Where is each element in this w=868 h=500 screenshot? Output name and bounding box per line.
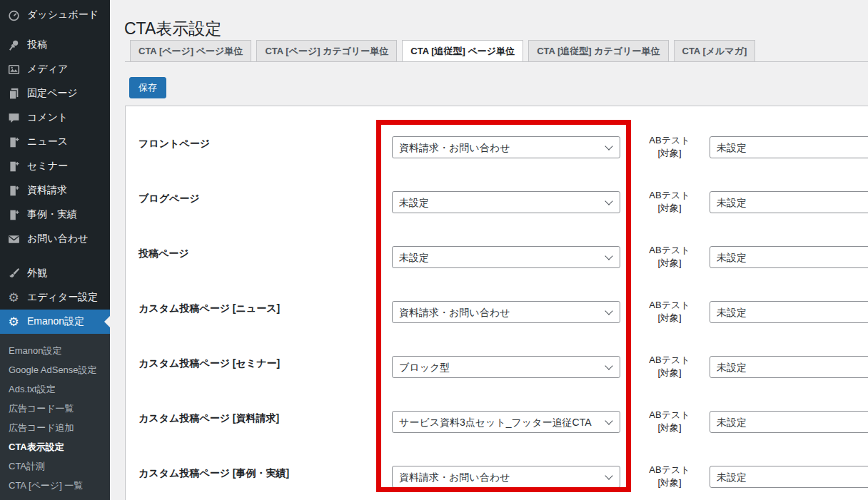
cta-select[interactable]: 未設定 xyxy=(392,191,620,213)
setting-row-label: カスタム投稿ページ [セミナー] xyxy=(138,357,280,370)
sidebar-item[interactable]: お問い合わせ xyxy=(0,227,110,251)
envelope-icon xyxy=(6,233,21,245)
ab-test-select[interactable]: 未設定 xyxy=(710,136,868,158)
ab-test-select[interactable]: 未設定 xyxy=(710,466,868,488)
ab-test-select[interactable]: 未設定 xyxy=(710,411,868,433)
ab-select-wrapper: 未設定 xyxy=(710,411,868,433)
submenu-item[interactable]: 広告コード追加 xyxy=(0,418,110,437)
setting-row: フロントページ資料請求・お問い合わせABテスト[対象]未設定 xyxy=(126,136,868,158)
cta-select-wrapper: 未設定 xyxy=(392,246,620,268)
sidebar-item[interactable]: 投稿 xyxy=(0,33,110,57)
sidebar-item-label: セミナー xyxy=(27,160,68,173)
ab-select-wrapper: 未設定 xyxy=(710,136,868,158)
cta-select[interactable]: 資料請求・お問い合わせ xyxy=(392,466,620,488)
cta-select-wrapper: サービス資料3点セット_フッター追従CTA xyxy=(392,411,620,433)
sidebar-item-label: Emanon設定 xyxy=(27,315,84,328)
sidebar-item-label: 投稿 xyxy=(27,39,47,51)
sidebar-item[interactable]: ダッシュボード xyxy=(0,3,110,27)
submenu-item[interactable]: Emanon設定 xyxy=(0,341,110,360)
sidebar-item-label: お問い合わせ xyxy=(27,233,88,245)
setting-row-label: カスタム投稿ページ [事例・実績] xyxy=(138,467,289,480)
sidebar-item[interactable]: ⚙Emanon設定 xyxy=(0,310,110,334)
sidebar-item-label: 事例・実績 xyxy=(27,208,77,221)
cta-select[interactable]: 未設定 xyxy=(392,246,620,268)
tab-3[interactable]: CTA [追従型] カテゴリー単位 xyxy=(528,40,668,62)
pages-icon xyxy=(6,88,21,100)
sidebar-item-label: メディア xyxy=(27,63,68,76)
ab-test-select[interactable]: 未設定 xyxy=(710,301,868,323)
sidebar-item[interactable]: ニュース xyxy=(0,130,110,154)
setting-row: カスタム投稿ページ [ニュース]資料請求・お問い合わせABテスト[対象]未設定 xyxy=(126,301,868,323)
ab-select-wrapper: 未設定 xyxy=(710,301,868,323)
tab-0[interactable]: CTA [ページ] ページ単位 xyxy=(130,40,251,62)
submenu-item[interactable]: CTA計測 xyxy=(0,456,110,476)
sidebar-item[interactable]: 外観 xyxy=(0,261,110,285)
sidebar-item[interactable]: 事例・実績 xyxy=(0,203,110,227)
ab-test-label: ABテスト[対象] xyxy=(635,354,705,379)
sidebar-item-label: 外観 xyxy=(27,267,47,280)
media-icon xyxy=(6,63,21,76)
setting-row-label: ブログページ xyxy=(138,193,200,205)
ab-test-label: ABテスト[対象] xyxy=(635,189,705,215)
submenu-item[interactable]: Ads.txt設定 xyxy=(0,379,110,399)
cta-select-wrapper: 資料請求・お問い合わせ xyxy=(392,301,620,323)
ab-select-wrapper: 未設定 xyxy=(710,246,868,268)
cta-select-wrapper: ブロック型 xyxy=(392,356,620,378)
menu-separator xyxy=(0,251,110,261)
dashboard-icon xyxy=(6,9,21,21)
sidebar-item[interactable]: メディア xyxy=(0,57,110,81)
ab-select-wrapper: 未設定 xyxy=(710,191,868,213)
sidebar-item[interactable]: セミナー xyxy=(0,154,110,178)
setting-row-label: 投稿ページ xyxy=(138,248,189,260)
ab-test-select[interactable]: 未設定 xyxy=(710,246,868,268)
sidebar-item-label: 固定ページ xyxy=(27,87,78,100)
gear-icon: ⚙ xyxy=(6,292,21,304)
tab-bar: CTA [ページ] ページ単位CTA [ページ] カテゴリー単位CTA [追従型… xyxy=(130,40,755,62)
menu-separator xyxy=(0,27,110,33)
page-plus-icon xyxy=(6,185,21,197)
setting-row: ブログページ未設定ABテスト[対象]未設定 xyxy=(126,191,868,213)
page-plus-icon xyxy=(6,160,21,173)
sidebar-item[interactable]: 資料請求 xyxy=(0,178,110,203)
ab-test-label: ABテスト[対象] xyxy=(635,134,705,160)
wordpress-admin-screen: ダッシュボード投稿メディア固定ページコメントニュースセミナー資料請求事例・実績お… xyxy=(0,0,868,500)
submenu-item[interactable]: CTA [ページ] 一覧 xyxy=(0,476,110,495)
submenu-item[interactable]: Google AdSense設定 xyxy=(0,360,110,379)
comment-icon xyxy=(6,112,21,124)
sidebar-item[interactable]: ⚙エディター設定 xyxy=(0,285,110,310)
tab-4[interactable]: CTA [メルマガ] xyxy=(674,40,756,62)
brush-icon xyxy=(6,267,21,280)
sidebar-item[interactable]: コメント xyxy=(0,106,110,130)
ab-test-label: ABテスト[対象] xyxy=(635,299,705,325)
submenu-item[interactable]: CTA [ページ] 追加 xyxy=(0,495,110,500)
tab-2[interactable]: CTA [追従型] ページ単位 xyxy=(402,40,523,62)
cta-select[interactable]: 資料請求・お問い合わせ xyxy=(392,301,620,323)
setting-row: カスタム投稿ページ [事例・実績]資料請求・お問い合わせABテスト[対象]未設定 xyxy=(126,466,868,488)
admin-sidebar: ダッシュボード投稿メディア固定ページコメントニュースセミナー資料請求事例・実績お… xyxy=(0,0,110,500)
ab-test-label: ABテスト[対象] xyxy=(635,409,705,434)
ab-test-label: ABテスト[対象] xyxy=(635,244,705,270)
sidebar-item-label: エディター設定 xyxy=(27,291,98,304)
cta-select[interactable]: ブロック型 xyxy=(392,356,620,378)
pin-icon xyxy=(6,39,21,51)
tab-1[interactable]: CTA [ページ] カテゴリー単位 xyxy=(256,40,397,62)
sidebar-item-label: ダッシュボード xyxy=(27,9,99,21)
ab-test-select[interactable]: 未設定 xyxy=(710,356,868,378)
submenu-item[interactable]: CTA表示設定 xyxy=(0,437,110,456)
ab-test-select[interactable]: 未設定 xyxy=(710,191,868,213)
ab-select-wrapper: 未設定 xyxy=(710,466,868,488)
setting-row: 投稿ページ未設定ABテスト[対象]未設定 xyxy=(126,246,868,268)
setting-row: カスタム投稿ページ [資料請求]サービス資料3点セット_フッター追従CTAABテ… xyxy=(126,411,868,433)
sidebar-item-label: 資料請求 xyxy=(27,184,67,197)
page-title: CTA表示設定 xyxy=(124,19,221,39)
settings-panel: フロントページ資料請求・お問い合わせABテスト[対象]未設定ブログページ未設定A… xyxy=(125,106,868,500)
submenu-item[interactable]: 広告コード一覧 xyxy=(0,399,110,418)
sidebar-item[interactable]: 固定ページ xyxy=(0,81,110,106)
cta-select[interactable]: サービス資料3点セット_フッター追従CTA xyxy=(392,411,620,433)
cta-select[interactable]: 資料請求・お問い合わせ xyxy=(392,136,620,158)
setting-row-label: カスタム投稿ページ [資料請求] xyxy=(138,412,279,425)
save-button[interactable]: 保存 xyxy=(129,77,166,98)
page-plus-icon xyxy=(6,136,21,148)
ab-select-wrapper: 未設定 xyxy=(710,356,868,378)
cta-select-wrapper: 未設定 xyxy=(392,191,620,213)
